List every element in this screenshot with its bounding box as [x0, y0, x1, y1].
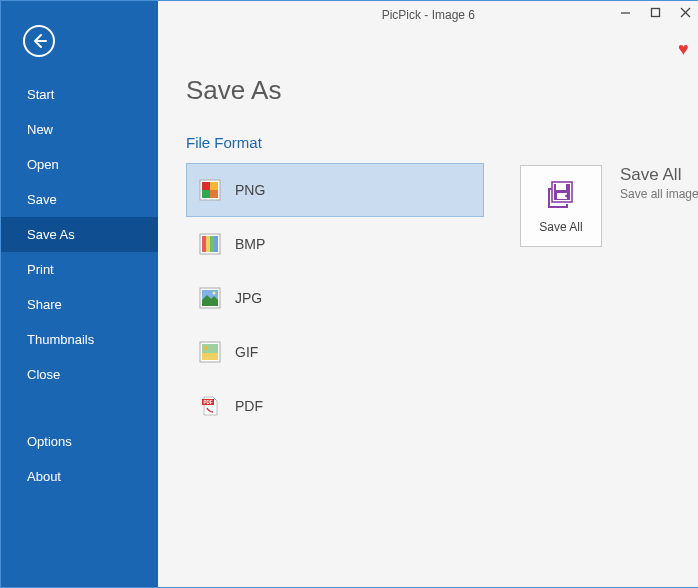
svg-rect-26 — [556, 184, 566, 190]
save-all-button[interactable]: Save All — [520, 165, 602, 247]
favorite-button[interactable]: ♥ — [678, 39, 689, 60]
close-button[interactable] — [679, 5, 693, 19]
sidebar-item-new[interactable]: New — [1, 112, 158, 147]
close-icon — [680, 7, 691, 18]
sidebar-item-label: About — [27, 469, 61, 484]
format-label: PDF — [235, 398, 263, 414]
saveall-subtitle: Save all image — [620, 187, 698, 201]
svg-rect-12 — [210, 236, 214, 252]
sidebar-item-close[interactable]: Close — [1, 357, 158, 392]
svg-point-17 — [213, 292, 216, 295]
sidebar-item-label: New — [27, 122, 53, 137]
arrow-left-icon — [31, 33, 47, 49]
svg-rect-6 — [210, 182, 218, 190]
sidebar-item-label: Print — [27, 262, 54, 277]
bmp-file-icon — [199, 233, 221, 255]
svg-rect-20 — [202, 353, 218, 360]
sidebar-item-label: Options — [27, 434, 72, 449]
titlebar: PicPick - Image 6 — [158, 1, 698, 29]
gif-file-icon — [199, 341, 221, 363]
jpg-file-icon — [199, 287, 221, 309]
section-label: File Format — [186, 134, 698, 151]
sidebar-item-label: Close — [27, 367, 60, 382]
columns: PNG BMP — [186, 163, 698, 433]
window-controls — [619, 5, 693, 19]
svg-rect-11 — [206, 236, 210, 252]
sidebar-item-open[interactable]: Open — [1, 147, 158, 182]
format-item-pdf[interactable]: PDF PDF — [186, 379, 484, 433]
png-file-icon — [199, 179, 221, 201]
main-area: PicPick - Image 6 ♥ Save As File Format — [158, 1, 698, 587]
svg-rect-13 — [214, 236, 218, 252]
save-all-icon — [544, 178, 578, 212]
saveall-text: Save All Save all image — [620, 165, 698, 201]
heart-icon: ♥ — [678, 39, 689, 59]
sidebar-item-label: Save — [27, 192, 57, 207]
sidebar-item-about[interactable]: About — [1, 459, 158, 494]
sidebar-item-options[interactable]: Options — [1, 424, 158, 459]
svg-rect-8 — [210, 190, 218, 198]
format-item-png[interactable]: PNG — [186, 163, 484, 217]
format-label: JPG — [235, 290, 262, 306]
minimize-button[interactable] — [619, 5, 633, 19]
sidebar-item-label: Save As — [27, 227, 75, 242]
window-title: PicPick - Image 6 — [382, 8, 475, 22]
format-label: BMP — [235, 236, 265, 252]
svg-point-28 — [565, 195, 568, 198]
sidebar-menu: Start New Open Save Save As Print Share … — [1, 77, 158, 494]
format-label: GIF — [235, 344, 258, 360]
maximize-icon — [650, 7, 661, 18]
sidebar-item-thumbnails[interactable]: Thumbnails — [1, 322, 158, 357]
sidebar-item-save-as[interactable]: Save As — [1, 217, 158, 252]
sidebar-item-share[interactable]: Share — [1, 287, 158, 322]
sidebar-item-label: Start — [27, 87, 54, 102]
svg-rect-10 — [202, 236, 206, 252]
sidebar-item-label: Thumbnails — [27, 332, 94, 347]
format-item-bmp[interactable]: BMP — [186, 217, 484, 271]
format-item-jpg[interactable]: JPG — [186, 271, 484, 325]
pdf-file-icon: PDF — [199, 395, 221, 417]
sidebar-item-start[interactable]: Start — [1, 77, 158, 112]
maximize-button[interactable] — [649, 5, 663, 19]
svg-rect-5 — [202, 182, 210, 190]
svg-rect-7 — [202, 190, 210, 198]
content: Save As File Format PNG — [158, 29, 698, 433]
sidebar-item-print[interactable]: Print — [1, 252, 158, 287]
saveall-title: Save All — [620, 165, 698, 185]
sidebar-item-label: Share — [27, 297, 62, 312]
sidebar-item-label: Open — [27, 157, 59, 172]
format-label: PNG — [235, 182, 265, 198]
svg-text:PDF: PDF — [204, 400, 213, 405]
svg-point-21 — [204, 346, 208, 350]
page-title: Save As — [186, 75, 698, 106]
format-item-gif[interactable]: GIF — [186, 325, 484, 379]
back-button[interactable] — [23, 25, 55, 57]
saveall-section: Save All Save All Save all image — [520, 163, 698, 433]
minimize-icon — [620, 7, 631, 18]
app-window: Start New Open Save Save As Print Share … — [0, 0, 698, 588]
format-list: PNG BMP — [186, 163, 484, 433]
sidebar: Start New Open Save Save As Print Share … — [1, 1, 158, 587]
save-all-button-label: Save All — [539, 220, 582, 234]
sidebar-item-save[interactable]: Save — [1, 182, 158, 217]
svg-rect-1 — [652, 8, 660, 16]
